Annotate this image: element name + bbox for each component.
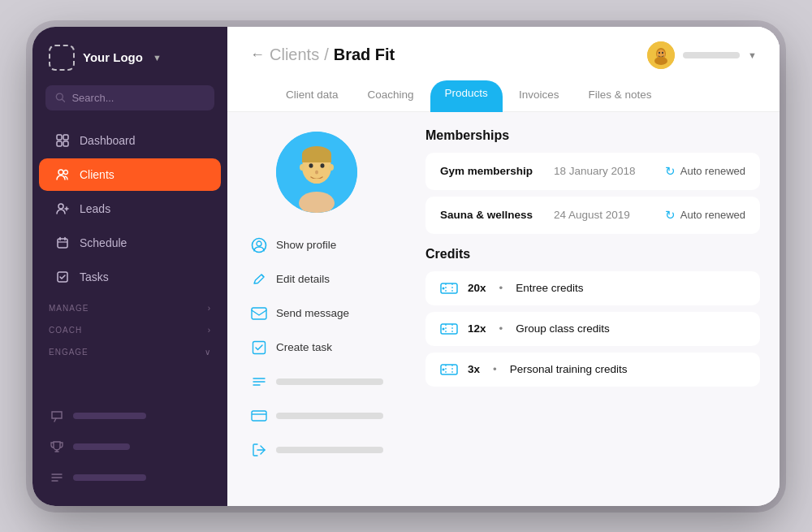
check-square-icon [250, 339, 268, 357]
breadcrumb: ← Clients / Brad Fit [250, 45, 395, 64]
chat-icon [49, 408, 65, 424]
svg-rect-11 [58, 239, 67, 248]
membership-sauna-name: Sauna & wellness [440, 209, 554, 221]
leads-icon [55, 201, 70, 216]
svg-point-33 [300, 164, 304, 171]
envelope-icon [250, 305, 268, 322]
membership-gym-name: Gym membership [440, 165, 554, 177]
sidebar: Your Logo ▼ Dashboard [32, 27, 227, 506]
right-panel: Memberships Gym membership 18 January 20… [406, 112, 780, 506]
section-manage[interactable]: MANAGE › [32, 294, 227, 316]
logo-box [49, 45, 75, 71]
membership-sauna-status-label: Auto renewed [680, 209, 745, 221]
nav-label-dashboard: Dashboard [80, 134, 136, 147]
action-show-profile[interactable]: Show profile [244, 229, 390, 262]
svg-rect-5 [63, 141, 68, 146]
bottom-item-1[interactable] [32, 400, 227, 431]
tab-files-notes[interactable]: Files & notes [575, 80, 664, 111]
bottom-item-3[interactable] [32, 462, 227, 493]
topbar-user[interactable]: ▼ [647, 41, 757, 69]
svg-point-23 [662, 51, 663, 53]
tab-products[interactable]: Products [430, 80, 503, 112]
bottom-placeholder-2 [73, 443, 130, 450]
section-engage[interactable]: ENGAGE ∨ [32, 338, 227, 360]
action-edit-details[interactable]: Edit details [244, 263, 390, 296]
nav-item-tasks[interactable]: Tasks [39, 261, 221, 293]
bottom-item-2[interactable] [32, 431, 227, 462]
logo-text: Your Logo [83, 50, 143, 64]
tab-invoices[interactable]: Invoices [506, 80, 572, 111]
left-panel: Show profile Edit details [227, 112, 406, 506]
svg-point-48 [443, 287, 445, 289]
credit-group-dot: • [499, 322, 503, 335]
pencil-icon [250, 270, 268, 288]
credit-ticket-icon-personal [440, 363, 458, 376]
section-coach[interactable]: COACH › [32, 316, 227, 338]
membership-sauna-status: ↻ Auto renewed [665, 208, 745, 223]
action-send-message[interactable]: Send message [244, 297, 390, 330]
svg-rect-4 [57, 141, 62, 146]
user-dropdown-chevron[interactable]: ▼ [748, 50, 757, 60]
membership-gym-date: 18 January 2018 [554, 165, 665, 177]
sidebar-logo[interactable]: Your Logo ▼ [32, 27, 227, 85]
credit-entree-dot: • [499, 282, 503, 294]
nav-item-dashboard[interactable]: Dashboard [39, 124, 221, 157]
credits-section: Credits 20x • Entree credits [425, 247, 760, 387]
credit-row-entree: 20x • Entree credits [425, 271, 760, 305]
membership-sauna-date: 24 August 2019 [554, 209, 665, 221]
placeholder-line-3 [276, 447, 383, 453]
send-message-label: Send message [276, 307, 349, 319]
credit-row-personal: 3x • Personal training credits [425, 353, 760, 387]
back-button[interactable]: ← [250, 46, 265, 63]
content-area: Show profile Edit details [227, 112, 780, 506]
credits-title: Credits [425, 247, 760, 262]
breadcrumb-current: Brad Fit [334, 45, 395, 64]
bottom-placeholder-3 [73, 474, 146, 481]
credit-group-label: Group class credits [516, 322, 610, 335]
svg-point-24 [654, 57, 667, 65]
tab-coaching[interactable]: Coaching [355, 80, 427, 111]
credit-row-group: 12x • Group class credits [425, 312, 760, 346]
nav-label-leads: Leads [80, 202, 110, 215]
nav-item-leads[interactable]: Leads [39, 192, 221, 225]
credit-personal-dot: • [493, 363, 497, 375]
breadcrumb-separator: / [324, 45, 329, 64]
svg-line-1 [62, 99, 64, 102]
device-frame: Your Logo ▼ Dashboard [32, 27, 780, 506]
sidebar-bottom [32, 394, 227, 506]
membership-row-gym: Gym membership 18 January 2018 ↻ Auto re… [425, 153, 760, 190]
svg-point-36 [257, 241, 261, 246]
svg-point-30 [309, 163, 313, 168]
breadcrumb-parent: Clients [270, 45, 319, 64]
action-placeholder-2[interactable] [244, 400, 390, 432]
renew-icon-sauna: ↻ [665, 208, 676, 223]
nav-item-clients[interactable]: Clients [39, 158, 221, 191]
sidebar-search-box[interactable] [45, 85, 214, 110]
show-profile-label: Show profile [276, 239, 336, 251]
placeholder-line-2 [276, 413, 383, 419]
logo-dropdown-arrow: ▼ [153, 53, 162, 63]
nav-label-schedule: Schedule [80, 236, 127, 249]
search-input[interactable] [71, 92, 205, 104]
action-create-task[interactable]: Create task [244, 331, 390, 364]
action-placeholder-1[interactable] [244, 365, 390, 398]
nav-item-schedule[interactable]: Schedule [39, 227, 221, 259]
svg-point-8 [58, 204, 63, 209]
create-task-label: Create task [276, 341, 332, 353]
action-placeholder-3[interactable] [244, 434, 390, 466]
svg-point-56 [443, 368, 445, 370]
renew-icon-gym: ↻ [665, 164, 676, 179]
svg-point-52 [443, 327, 445, 330]
membership-gym-status-label: Auto renewed [680, 165, 745, 177]
clients-icon [55, 167, 70, 182]
tab-client-data[interactable]: Client data [273, 80, 352, 111]
svg-rect-37 [252, 308, 266, 319]
dashboard-icon [55, 133, 70, 148]
topbar: ← Clients / Brad Fit [227, 27, 780, 112]
memberships-title: Memberships [425, 128, 760, 143]
svg-point-32 [315, 170, 318, 174]
logout-icon [250, 441, 268, 459]
membership-row-sauna: Sauna & wellness 24 August 2019 ↻ Auto r… [425, 197, 760, 234]
svg-rect-42 [252, 411, 266, 421]
user-name [683, 52, 740, 58]
